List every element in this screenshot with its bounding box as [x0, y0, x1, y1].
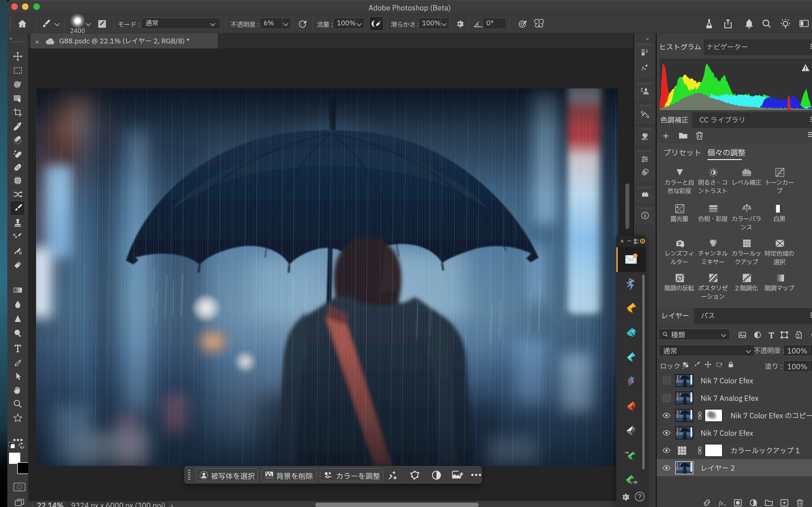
- svg-text:fx: fx: [719, 500, 723, 506]
